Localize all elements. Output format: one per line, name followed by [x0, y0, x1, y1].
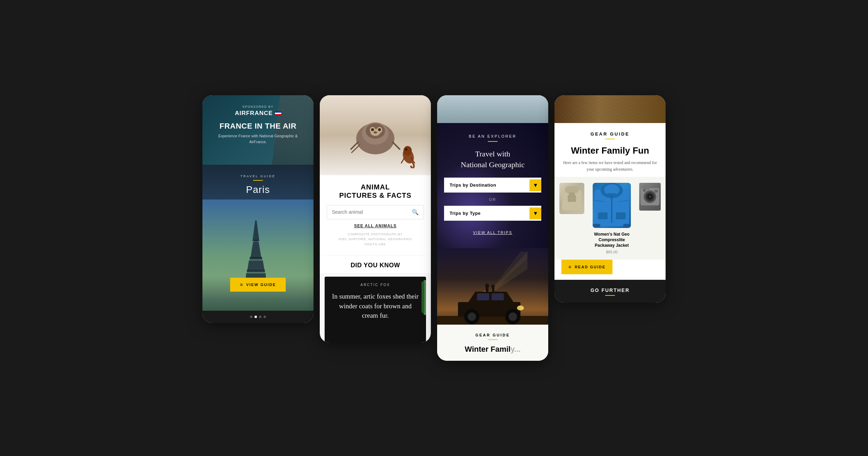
gear-guide-title-bar [605, 139, 615, 139]
svg-rect-67 [654, 190, 658, 193]
card4-products-area: Women's Nat Geo Compresslite Packaway Ja… [554, 177, 666, 260]
svg-rect-47 [569, 193, 575, 195]
trips-destination-label: Trips by Destination [450, 182, 496, 188]
svg-rect-60 [623, 224, 631, 227]
camera-image [639, 183, 661, 211]
dot-2[interactable] [254, 316, 257, 318]
eiffel-tower-area [202, 200, 314, 311]
svg-rect-58 [616, 212, 626, 219]
trips-destination-dropdown: Trips by Destination ▾ [444, 178, 541, 197]
svg-rect-30 [437, 316, 548, 325]
travel-guide-label: TRAVEL GUIDE [240, 174, 275, 178]
view-guide-label: VIEW GUIDE [246, 283, 276, 287]
card3-gear-guide-bar [488, 339, 498, 340]
svg-rect-62 [643, 186, 650, 190]
read-guide-label: READ GUIDE [575, 265, 606, 269]
svg-line-17 [352, 145, 360, 153]
svg-rect-45 [565, 186, 579, 193]
svg-line-23 [401, 157, 405, 163]
product-jacket-price: $85.00 [606, 250, 618, 254]
search-animal-input[interactable] [332, 209, 412, 215]
eiffel-tower-silhouette [245, 220, 266, 283]
be-explorer-label: BE AN EXPLORER [469, 134, 516, 138]
svg-point-22 [406, 149, 407, 150]
svg-marker-0 [252, 220, 259, 241]
phone-card-1: SPONSORED BY AIRFRANCE FRANCE IN THE AIR… [202, 95, 314, 323]
jacket-image [593, 183, 631, 228]
airfrance-logo: AIRFRANCE [235, 110, 281, 117]
france-subheadline: Experience France with National Geograph… [202, 133, 314, 145]
lines-icon [240, 282, 243, 287]
search-box[interactable]: 🔍 [327, 205, 424, 219]
dropdown-arrow-icon: ▾ [529, 179, 541, 191]
did-you-know-section: DID YOU KNOW [320, 255, 431, 273]
trips-destination-button[interactable]: Trips by Destination ▾ [444, 178, 541, 193]
dot-4[interactable] [264, 316, 266, 318]
svg-rect-5 [247, 270, 265, 272]
chameleon-image [398, 140, 417, 168]
svg-point-13 [371, 128, 374, 131]
product-camera [638, 183, 662, 211]
jeep-silhouette [437, 283, 548, 325]
svg-point-15 [374, 131, 377, 133]
phone-card-4: GEAR GUIDE Winter Family Fun Here are a … [554, 95, 666, 303]
svg-point-38 [509, 312, 517, 321]
france-headline: FRANCE IN THE AIR [219, 122, 297, 130]
card4-top-banner [554, 95, 666, 123]
arctic-fox-label: ARCTIC FOX [332, 283, 419, 287]
card3-landscape-header [437, 95, 548, 123]
card4-go-further-section: GO FURTHER [554, 280, 666, 303]
search-icon: 🔍 [412, 209, 419, 215]
trips-type-button[interactable]: Trips by Type ▾ [444, 206, 541, 221]
card3-gear-guide-label: GEAR GUIDE [444, 333, 541, 337]
sloth-image [348, 107, 403, 163]
explorer-title-bar [488, 141, 498, 142]
animal-pictures-title: ANIMAL PICTURES & FACTS [327, 183, 424, 200]
photo-credit: COMPOSITE PHOTOGRAPH BY JOEL SARTORE, NA… [327, 232, 424, 250]
airfrance-flag-stripe [275, 112, 281, 115]
sponsored-by-label: SPONSORED BY [242, 105, 274, 108]
view-all-trips-link[interactable]: VIEW ALL TRIPS [473, 230, 512, 235]
read-guide-lines-icon [568, 264, 572, 270]
card3-winter-title: Winter Family... [444, 345, 541, 354]
go-further-title: GO FURTHER [561, 287, 659, 293]
svg-marker-4 [247, 260, 265, 271]
card4-gear-guide-header: GEAR GUIDE Winter Family Fun Here are a … [554, 123, 666, 177]
trips-type-label: Trips by Type [450, 211, 481, 216]
svg-point-41 [485, 284, 489, 288]
svg-point-20 [403, 146, 412, 156]
dropdown-type-arrow-icon: ▾ [529, 207, 541, 219]
card1-sponsored-section: SPONSORED BY AIRFRANCE FRANCE IN THE AIR… [202, 95, 314, 165]
product-backpack [558, 183, 586, 214]
arctic-fox-text: In summer, artic foxes shed their winder… [332, 292, 419, 320]
svg-rect-34 [492, 293, 504, 300]
read-guide-button[interactable]: READ GUIDE [561, 260, 612, 274]
svg-rect-1 [254, 239, 258, 242]
view-guide-button[interactable]: VIEW GUIDE [230, 278, 286, 292]
see-all-animals-link[interactable]: SEE ALL ANIMALS [327, 223, 424, 228]
winter-family-title: Winter Family Fun [561, 146, 659, 156]
svg-point-39 [517, 306, 524, 310]
go-further-bar [605, 295, 615, 296]
svg-rect-53 [607, 193, 616, 196]
svg-point-66 [649, 196, 651, 198]
card3-landscape-image [437, 95, 548, 123]
arctic-fox-card: ARCTIC FOX In summer, artic foxes shed t… [325, 277, 426, 343]
svg-rect-59 [593, 224, 600, 227]
card-corner-accent2 [422, 282, 424, 313]
phone-card-2: ANIMAL PICTURES & FACTS 🔍 SEE ALL ANIMAL… [320, 95, 431, 343]
product-jacket-name: Women's Nat Geo Compresslite Packaway Ja… [589, 231, 635, 249]
did-you-know-title: DID YOU KNOW [327, 262, 424, 269]
svg-rect-33 [477, 293, 489, 300]
dot-1[interactable] [250, 316, 252, 318]
travel-guide-bar [253, 180, 263, 181]
paris-city-name: Paris [246, 184, 270, 195]
svg-point-36 [468, 312, 476, 321]
svg-point-43 [491, 285, 495, 288]
svg-point-14 [378, 128, 381, 131]
or-separator: OR [489, 197, 496, 202]
product-jacket: Women's Nat Geo Compresslite Packaway Ja… [589, 183, 635, 254]
card2-title-section: ANIMAL PICTURES & FACTS 🔍 SEE ALL ANIMAL… [320, 175, 431, 255]
dot-3[interactable] [259, 316, 261, 318]
card1-overlay: SPONSORED BY AIRFRANCE FRANCE IN THE AIR… [202, 95, 314, 165]
